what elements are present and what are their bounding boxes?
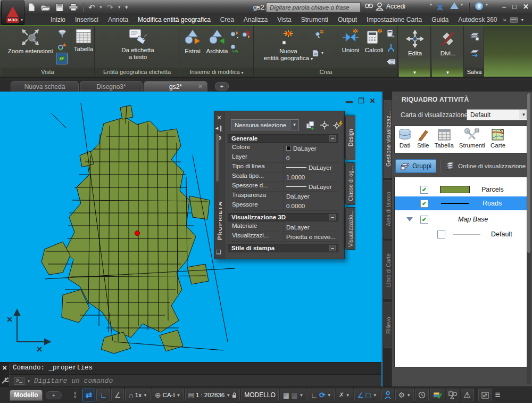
undo-dropdown[interactable]: ▾	[100, 5, 102, 10]
groups-button[interactable]: Gruppi	[395, 159, 436, 173]
save-edits-button[interactable]	[469, 30, 480, 42]
default-swatch[interactable]	[453, 234, 480, 235]
ribbon-tab-autodesk360[interactable]: Autodesk 360	[453, 14, 502, 25]
signin-control[interactable]: Accedi	[376, 2, 405, 11]
display-map-select[interactable]: Default ▼	[467, 109, 529, 120]
ribbon-tab-guida[interactable]: Guida	[427, 14, 453, 25]
ribbon-tab-strumenti[interactable]: Strumenti	[296, 14, 333, 25]
map-status-button[interactable]	[430, 389, 445, 401]
panel-label-etichetta[interactable]: Entità geografica etichetta	[95, 68, 179, 77]
pane-grip[interactable]: ⁞	[395, 96, 396, 101]
maps-button[interactable]: Carte	[491, 128, 505, 149]
collapse-icon[interactable]: –	[329, 245, 336, 251]
annotation-scale-button[interactable]: ∩1x▼	[125, 389, 150, 401]
calc-expression-button[interactable]	[385, 28, 397, 39]
display-order-button[interactable]: Ordine di visualizzazione	[445, 162, 526, 170]
zoom-extents-button[interactable]: Zoom estensioni	[5, 28, 55, 55]
side-tab-libro-di-carte[interactable]: Libro di Carte	[384, 241, 392, 299]
warning-button[interactable]: ⚠	[461, 389, 473, 401]
application-menu-button[interactable]: M3D ▾	[1, 1, 24, 25]
expand-icon[interactable]	[406, 217, 413, 221]
settings-button[interactable]: ⚙▼	[395, 389, 414, 401]
discard-edits-button[interactable]	[469, 47, 480, 59]
extract-button[interactable]: Estrai	[182, 28, 203, 55]
recent-commands-dropdown[interactable]: ▼	[27, 379, 31, 384]
palette-close-icon[interactable]: ✕	[217, 114, 221, 121]
property-row-scala[interactable]: Scala tipo... 1.0000	[232, 172, 338, 182]
snap-mode-button[interactable]: ⇄	[82, 389, 96, 401]
parcels-swatch[interactable]	[440, 186, 470, 193]
wrench-icon[interactable]	[1, 376, 9, 384]
calculations-button[interactable]: Calcoli	[363, 28, 385, 54]
ribbon-tab-crea[interactable]: Crea	[215, 14, 239, 25]
section-generale[interactable]: Generale–	[228, 134, 338, 143]
signin-dropdown[interactable]: ▾	[430, 2, 432, 7]
object-snap-tracking-button[interactable]: ✗▼	[336, 389, 353, 401]
more-tabs-icon[interactable]: »	[503, 17, 506, 23]
command-line-window[interactable]: ✕ Comando: _properties >_ ▼ Digitare un …	[0, 362, 381, 386]
property-row-materiale[interactable]: Materiale DaLayer	[232, 223, 338, 232]
property-row-spessore[interactable]: Spessore 0.0000	[232, 201, 338, 211]
ribbon-tab-inserisci[interactable]: Inserisci	[70, 14, 103, 25]
panel-label-vista[interactable]: Vista	[1, 68, 94, 77]
quick-select-button[interactable]	[332, 119, 344, 131]
split-merge-rule-button[interactable]	[385, 42, 397, 54]
property-row-trasparenza[interactable]: Trasparenza DaLayer	[232, 192, 338, 201]
checkin-button[interactable]: Archivia	[204, 28, 230, 55]
panel-label-salva[interactable]: Salva	[465, 68, 484, 77]
panel-label-crea[interactable]: Crea	[254, 68, 397, 77]
undo-button[interactable]: ↶	[88, 3, 95, 11]
panel-edita-dropdown[interactable]: ▼	[399, 68, 430, 77]
viewport-minimize-button[interactable]: ▬	[346, 97, 353, 105]
time-button[interactable]	[415, 389, 429, 401]
property-row-colore[interactable]: Colore DaLayer	[232, 144, 338, 153]
property-row-layer[interactable]: Layer 0	[232, 153, 338, 163]
property-row-tipolinea[interactable]: Tipo di linea DaLayer	[232, 163, 338, 172]
layer-row-parcels[interactable]: ✔ Parcels	[395, 183, 530, 196]
tools-button[interactable]: Strumenti	[459, 128, 485, 149]
section-visualizzazione-3d[interactable]: Visualizzazione 3D–	[228, 213, 338, 221]
palette-autohide-icon[interactable]: ◂❙	[215, 125, 223, 131]
new-feature-from-geometry-button[interactable]	[314, 28, 326, 39]
viewport-scale-button[interactable]: ▤1 : 202836▼	[185, 389, 240, 401]
taskpane-scrollbar[interactable]	[527, 93, 531, 384]
object-snap-button[interactable]: ∠▢▼	[354, 389, 380, 401]
collapse-icon[interactable]: –	[329, 214, 336, 220]
refresh-editset-button[interactable]	[229, 42, 240, 54]
coordinate-system-button[interactable]: ⊕CA-I▼	[152, 389, 184, 401]
side-tab-rilievo[interactable]: Rilievo	[384, 302, 392, 348]
save-button[interactable]	[55, 3, 64, 12]
section-stile-di-stampa[interactable]: Stile di stampa–	[228, 244, 338, 252]
roads-checkbox[interactable]: ✔	[420, 200, 428, 208]
selection-dropdown[interactable]: Nessuna selezione ▼	[231, 119, 299, 130]
dynamic-ucs-button[interactable]: ∟	[96, 389, 110, 401]
ribbon-tab-annota[interactable]: Annota	[103, 14, 133, 25]
viewport-close-button[interactable]: ✕	[370, 97, 376, 105]
selection-dropdown-arrow[interactable]: ▼	[290, 120, 298, 130]
select-objects-button[interactable]	[319, 119, 330, 131]
data-button[interactable]: Dati	[398, 128, 412, 149]
palette-tab-visualizzazione[interactable]: Visualizzazio...	[345, 207, 355, 250]
collapse-icon[interactable]: –	[329, 135, 336, 142]
ribbon-tab-output[interactable]: Output	[333, 14, 362, 25]
a360-dropdown[interactable]: ▾	[461, 2, 463, 7]
ribbon-tab-inizio[interactable]: Inizio	[46, 14, 70, 25]
panel-label-insieme[interactable]: Insieme di modifica ▾	[180, 68, 253, 77]
palette-tab-classe[interactable]: Classe di og...	[345, 162, 355, 205]
doc-tab-disegno3[interactable]: Disegno3*	[80, 81, 143, 92]
ribbon-tab-modifica-entita[interactable]: Modifica entità geografica	[133, 14, 215, 25]
viewport-restore-button[interactable]: ❐	[358, 97, 364, 105]
annotation-monitor-button[interactable]	[381, 389, 394, 401]
palette-tab-design[interactable]: Design	[345, 116, 355, 160]
qat-customize-button[interactable]: ▾̄	[125, 4, 128, 10]
feature-tag-button[interactable]	[385, 56, 397, 68]
side-tab-gestione-visualizzazione[interactable]: Gestione visualizzaz...	[384, 100, 392, 178]
minimize-button[interactable]: –	[502, 3, 506, 11]
split-feature-button[interactable]: Divi...	[436, 29, 460, 57]
lock-icon[interactable]	[232, 392, 237, 398]
cad-layers-button[interactable]: M	[56, 40, 68, 52]
stamp-dropdown[interactable]: ▾	[321, 51, 323, 55]
redo-button[interactable]: ↷	[107, 3, 114, 11]
parcels-checkbox[interactable]: ✔	[420, 186, 428, 194]
model-layout-tab[interactable]: Modello	[10, 390, 43, 401]
